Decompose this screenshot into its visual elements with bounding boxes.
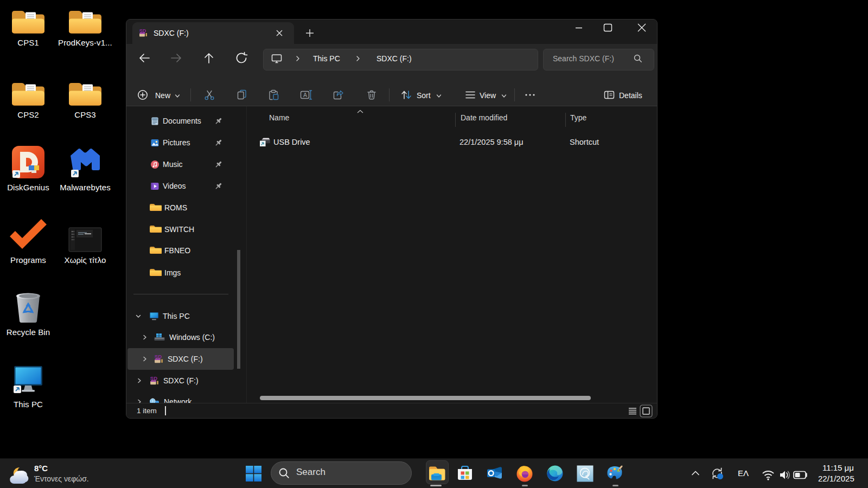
svg-text:A: A — [303, 92, 307, 98]
